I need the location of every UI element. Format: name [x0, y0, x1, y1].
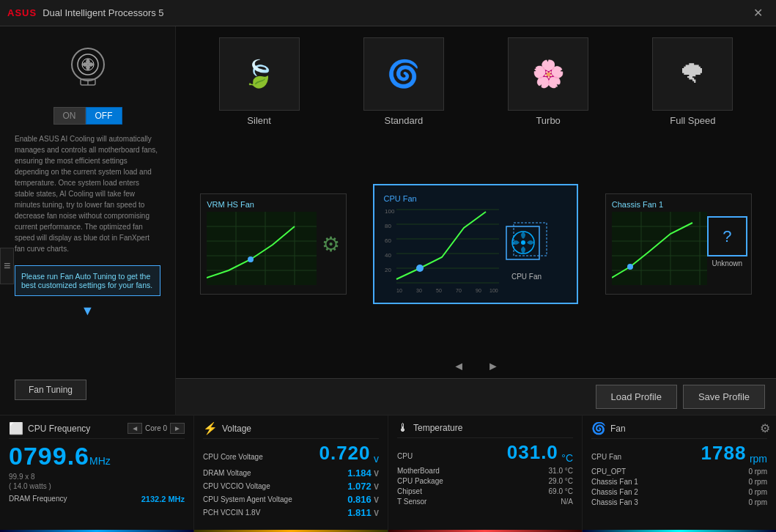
cpu-opt-row: CPU_OPT 0 rpm	[591, 468, 767, 476]
chevron-right-icon: ≡	[4, 259, 10, 272]
cpu-temp-unit: °C	[561, 452, 573, 464]
core-prev-button[interactable]: ◄	[128, 423, 142, 434]
cpu-freq-sub1: 99.9 x 8	[9, 473, 185, 481]
cpu-fan-stat-value-group: 1788 rpm	[701, 442, 767, 465]
cpu-fan-bottom-label: CPU Fan	[500, 273, 552, 281]
core-next-button[interactable]: ►	[170, 423, 185, 434]
carousel-controls: ◄ ►	[176, 355, 776, 378]
fan-tuning-button[interactable]: Fan Tuning	[15, 380, 86, 400]
dram-volt-value: 1.184 V	[347, 468, 379, 479]
cpu-fan-stat-label: CPU Fan	[591, 453, 621, 461]
cpu-temp-label: CPU	[397, 452, 413, 460]
cpu-core-volt-row: CPU Core Voltage 0.720 v	[203, 442, 379, 465]
mb-temp-row: MotherBoard 31.0 °C	[397, 467, 573, 475]
vccio-volt-label: CPU VCCIO Voltage	[203, 482, 270, 490]
cpu-freq-title: CPU Frequency	[28, 424, 90, 434]
fan-mode-silent-box: 🍃	[219, 37, 300, 111]
pch-volt-label: PCH VCCIN 1.8V	[203, 509, 260, 517]
tsensor-value: N/A	[561, 498, 573, 506]
tsensor-label: T Sensor	[397, 498, 426, 506]
cpu-freq-header: ⬜ CPU Frequency ◄ Core 0 ►	[9, 421, 185, 439]
fan-mode-silent[interactable]: 🍃 Silent	[219, 37, 300, 126]
cpu-freq-value-row: 0799.6 MHz	[9, 442, 185, 471]
fan-mode-fullspeed-label: Full Speed	[670, 115, 715, 126]
fan-mode-standard-label: Standard	[384, 115, 423, 126]
app-title: Dual Intelligent Processors 5	[43, 7, 163, 18]
save-profile-button[interactable]: Save Profile	[683, 385, 765, 409]
cpu-core-volt-unit: v	[374, 453, 379, 465]
svg-point-35	[521, 240, 525, 245]
dram-volt-label: DRAM Voltage	[203, 469, 251, 477]
cpu-3d-icon: CPU Fan	[500, 219, 552, 281]
cpu-temp-main-row: CPU 031.0 °C	[397, 441, 573, 464]
cpu-freq-sub2: ( 14.0 watts )	[9, 482, 185, 490]
cpu-fan-title: CPU Fan	[383, 194, 568, 203]
toggle-off-button[interactable]: OFF	[86, 107, 122, 125]
vrm-hs-fan-title: VRM HS Fan	[207, 200, 340, 209]
cpu-fan-content: 100 80 60 40 20	[383, 206, 568, 294]
fan-mode-turbo[interactable]: 🌸 Turbo	[508, 37, 588, 126]
cpu-core-volt-number: 0.720	[319, 442, 370, 464]
fan-mode-fullspeed[interactable]: 🌪 Full Speed	[652, 37, 733, 126]
ai-toggle: ON OFF	[15, 107, 160, 125]
dram-freq-value: 2132.2 MHz	[141, 495, 185, 503]
temperature-panel: 🌡 Temperature CPU 031.0 °C MotherBoard 3…	[388, 415, 583, 532]
ai-description: Enable ASUS AI Cooling will automaticall…	[15, 133, 160, 254]
voltage-title: Voltage	[222, 424, 251, 434]
chassis3-fan-label: Chassis Fan 3	[591, 498, 638, 506]
fan-settings-button[interactable]: ⚙	[760, 421, 770, 435]
fan-mode-standard-box: 🌀	[363, 37, 444, 111]
carousel-next-button[interactable]: ►	[481, 358, 505, 374]
stats-bar: ⬜ CPU Frequency ◄ Core 0 ► 0799.6 MHz 99…	[0, 415, 776, 532]
carousel-prev-button[interactable]: ◄	[447, 358, 470, 374]
dram-freq-row: DRAM Frequency 2132.2 MHz	[9, 495, 185, 503]
chassis1-fan-label: Chassis Fan 1	[591, 478, 638, 486]
cpu-fan-rpm-value: 1788	[701, 442, 747, 464]
cpu-core-volt-label: CPU Core Voltage	[203, 453, 263, 461]
close-button[interactable]: ✕	[747, 6, 769, 20]
vccio-volt-row: CPU VCCIO Voltage 1.072 V	[203, 481, 379, 492]
svg-point-24	[416, 265, 424, 272]
fan-mode-fullspeed-box: 🌪	[652, 37, 733, 111]
toggle-on-button[interactable]: ON	[53, 107, 86, 125]
chassis3-fan-row: Chassis Fan 3 0 rpm	[591, 498, 767, 506]
sidebar-toggle[interactable]: ≡	[0, 248, 14, 284]
svg-text:40: 40	[385, 252, 391, 259]
vrm-hs-fan-chart	[207, 212, 317, 285]
chassis-unknown-label: Unknown	[707, 259, 747, 267]
fan-mode-turbo-box: 🌸	[508, 37, 588, 111]
pch-volt-row: PCH VCCIN 1.8V 1.811 V	[203, 507, 379, 518]
load-profile-button[interactable]: Load Profile	[596, 385, 677, 409]
cpu-fan-rpm-unit: rpm	[750, 453, 767, 465]
left-panel: ON OFF Enable ASUS AI Cooling will autom…	[0, 26, 176, 415]
fan-mode-standard[interactable]: 🌀 Standard	[363, 37, 444, 126]
cpu-frequency-panel: ⬜ CPU Frequency ◄ Core 0 ► 0799.6 MHz 99…	[0, 415, 194, 532]
cpu-fan-graph[interactable]: CPU Fan 100 80 60 40 20	[373, 184, 578, 304]
svg-text:100: 100	[489, 288, 498, 293]
temperature-title: Temperature	[413, 423, 462, 433]
chassis-fan-graph[interactable]: Chassis Fan 1	[605, 193, 752, 295]
pch-volt-value: 1.811 V	[347, 507, 379, 518]
chassis-unknown-icon: ? Unknown	[707, 216, 747, 267]
tsensor-row: T Sensor N/A	[397, 498, 573, 506]
temperature-header: 🌡 Temperature	[397, 421, 573, 438]
vrm-hs-fan-graph[interactable]: VRM HS Fan	[200, 193, 347, 295]
ai-cooling-icon	[59, 41, 117, 100]
dram-freq-label: DRAM Frequency	[9, 495, 67, 503]
vrm-graph-svg	[207, 212, 317, 285]
chassis-graph-svg	[612, 212, 707, 285]
voltage-panel: ⚡ Voltage CPU Core Voltage 0.720 v DRAM …	[194, 415, 388, 532]
svg-text:70: 70	[456, 288, 462, 293]
chassis2-fan-value: 0 rpm	[748, 488, 767, 496]
cpu-freq-value: 0799.6	[9, 442, 89, 470]
cpu-freq-icon: ⬜	[9, 421, 23, 435]
cpu-core-nav: ◄ Core 0 ►	[128, 423, 185, 434]
sa-volt-row: CPU System Agent Voltage 0.816 V	[203, 494, 379, 505]
chassis1-fan-row: Chassis Fan 1 0 rpm	[591, 478, 767, 486]
cpu-pkg-temp-row: CPU Package 29.0 °C	[397, 477, 573, 485]
svg-text:80: 80	[385, 223, 391, 229]
temperature-icon: 🌡	[397, 421, 409, 435]
fan-panel: 🌀 Fan ⚙ CPU Fan 1788 rpm CPU_OPT 0 rpm C…	[583, 415, 776, 532]
top-area: ON OFF Enable ASUS AI Cooling will autom…	[0, 26, 776, 415]
cpu-opt-label: CPU_OPT	[591, 468, 626, 476]
